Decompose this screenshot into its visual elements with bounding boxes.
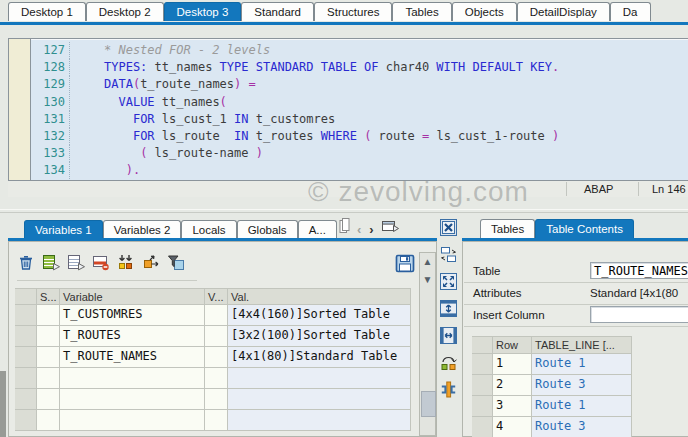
cell-row[interactable]: 2	[493, 375, 532, 396]
save-icon[interactable]	[395, 254, 415, 273]
field-input-table[interactable]: T_ROUTE_NAMES	[590, 262, 688, 279]
desktop-tab-standard[interactable]: Standard	[241, 2, 314, 21]
swap-content-icon[interactable]	[440, 354, 457, 371]
scroll-down-icon[interactable]: ▼	[420, 273, 435, 288]
cell-v[interactable]	[205, 410, 228, 431]
cell-variable[interactable]: T_CUSTOMRES	[60, 305, 205, 326]
remove-row-icon[interactable]	[92, 254, 112, 272]
move-column-icon[interactable]	[142, 254, 162, 272]
cell-s[interactable]	[37, 410, 60, 431]
swap-panels-icon[interactable]	[440, 246, 457, 263]
row-selector[interactable]	[472, 417, 493, 437]
cell-v[interactable]	[205, 368, 228, 389]
contents-row[interactable]: 4Route 3	[472, 417, 632, 437]
insert-values-icon[interactable]	[117, 254, 137, 272]
row-selector[interactable]	[15, 305, 37, 326]
resize-horizontal-icon[interactable]	[440, 327, 457, 344]
cell-s[interactable]	[37, 326, 60, 347]
code-line[interactable]: 129DATA(t_route_names) =	[31, 76, 688, 93]
scroll-up-icon[interactable]: ▲	[420, 255, 435, 270]
code-line[interactable]: 130 VALUE tt_names(	[31, 94, 688, 111]
close-icon[interactable]	[440, 219, 457, 236]
services-icon[interactable]	[440, 381, 457, 398]
row-selector[interactable]	[15, 347, 37, 368]
variables-tab-variables-2[interactable]: Variables 2	[103, 220, 182, 239]
cell-val[interactable]: [4x1(80)]Standard Table	[228, 347, 411, 368]
row-selector[interactable]	[15, 389, 37, 410]
row-selector[interactable]	[472, 396, 493, 417]
variable-row[interactable]: T_CUSTOMRES[4x4(160)]Sorted Table	[15, 305, 411, 326]
desktop-tab-structures[interactable]: Structures	[314, 2, 392, 21]
desktop-tab-detaildisplay[interactable]: DetailDisplay	[517, 2, 610, 21]
desktop-tab-desktop-3[interactable]: Desktop 3	[164, 2, 242, 21]
contents-row[interactable]: 1Route 1	[472, 354, 632, 375]
cell-val[interactable]: [3x2(100)]Sorted Table	[228, 326, 411, 347]
row-selector[interactable]	[15, 410, 37, 431]
desktop-tab-objects[interactable]: Objects	[452, 2, 517, 21]
code-line[interactable]: 132 FOR ls_route IN t_routes WHERE ( rou…	[31, 128, 688, 145]
variable-row[interactable]: T_ROUTE_NAMES[4x1(80)]Standard Table	[15, 347, 411, 368]
cell-table-line[interactable]: Route 1	[532, 354, 632, 375]
variables-tab-variables-1[interactable]: Variables 1	[24, 220, 103, 239]
cell-val[interactable]: [4x4(160)]Sorted Table	[228, 305, 411, 326]
col-header-variable[interactable]: Variable	[60, 288, 205, 305]
cell-s[interactable]	[37, 389, 60, 410]
desktop-tab-desktop-2[interactable]: Desktop 2	[86, 2, 164, 21]
variable-row[interactable]	[15, 389, 411, 410]
cell-s[interactable]	[37, 368, 60, 389]
desktop-tab-desktop-1[interactable]: Desktop 1	[8, 2, 86, 21]
contents-row[interactable]: 3Route 1	[472, 396, 632, 417]
cell-variable[interactable]	[60, 389, 205, 410]
breakpoint-margin[interactable]	[9, 39, 31, 180]
new-window-icon[interactable]	[381, 218, 400, 238]
row-selector[interactable]	[15, 368, 37, 389]
cell-v[interactable]	[205, 389, 228, 410]
tables-tab-table-contents[interactable]: Table Contents	[535, 219, 634, 238]
contents-row[interactable]: 2Route 3	[472, 375, 632, 396]
cell-val[interactable]	[228, 368, 411, 389]
cell-v[interactable]	[205, 305, 228, 326]
col-select[interactable]	[472, 336, 493, 354]
cell-s[interactable]	[37, 347, 60, 368]
field-input-insert-column[interactable]	[590, 306, 688, 323]
variables-tab-globals[interactable]: Globals	[237, 220, 298, 239]
cell-table-line[interactable]: Route 3	[532, 375, 632, 396]
tab-scroll-left-icon[interactable]: ‹	[357, 222, 361, 237]
code-line[interactable]: 134 ).	[31, 162, 688, 179]
cell-v[interactable]	[205, 326, 228, 347]
cell-variable[interactable]	[60, 410, 205, 431]
cell-variable[interactable]: T_ROUTES	[60, 326, 205, 347]
cell-row[interactable]: 3	[493, 396, 532, 417]
code-line[interactable]: 128TYPES: tt_names TYPE STANDARD TABLE O…	[31, 59, 688, 76]
delete-icon[interactable]	[17, 254, 37, 272]
code-line[interactable]: 133 ( ls_route-name )	[31, 145, 688, 162]
maximize-icon[interactable]	[440, 273, 457, 290]
abap-code-editor[interactable]: 127* Nested FOR - 2 levels128TYPES: tt_n…	[8, 38, 688, 181]
row-selector[interactable]	[15, 326, 37, 347]
col-header-table-line[interactable]: TABLE_LINE [...	[532, 336, 632, 354]
row-selector[interactable]	[472, 354, 493, 375]
cell-row[interactable]: 1	[493, 354, 532, 375]
col-header-val[interactable]: Val.	[228, 288, 411, 305]
col-select[interactable]	[15, 288, 37, 305]
cell-s[interactable]	[37, 305, 60, 326]
col-header-s[interactable]: S...	[37, 288, 60, 305]
cell-val[interactable]	[228, 410, 411, 431]
col-header-row[interactable]: Row	[493, 336, 532, 354]
cell-val[interactable]	[228, 389, 411, 410]
desktop-tab-tables[interactable]: Tables	[392, 2, 451, 21]
desktop-tab-da[interactable]: Da	[610, 2, 651, 21]
row-selector[interactable]	[472, 375, 493, 396]
variables-tab-a-[interactable]: A...	[298, 220, 337, 239]
cell-row[interactable]: 4	[493, 417, 532, 437]
variables-tab-locals[interactable]: Locals	[181, 220, 236, 239]
export-table-green-icon[interactable]	[42, 254, 62, 272]
tab-scroll-right-icon[interactable]: ›	[369, 222, 373, 237]
cell-variable[interactable]: T_ROUTE_NAMES	[60, 347, 205, 368]
variables-scrollbar[interactable]: ▲ ▼	[419, 252, 436, 436]
cell-table-line[interactable]: Route 3	[532, 417, 632, 437]
code-line[interactable]: 131 FOR ls_cust_1 IN t_customres	[31, 111, 688, 128]
cell-variable[interactable]	[60, 368, 205, 389]
export-table-icon[interactable]	[67, 254, 87, 272]
tables-tab-tables[interactable]: Tables	[480, 219, 535, 238]
